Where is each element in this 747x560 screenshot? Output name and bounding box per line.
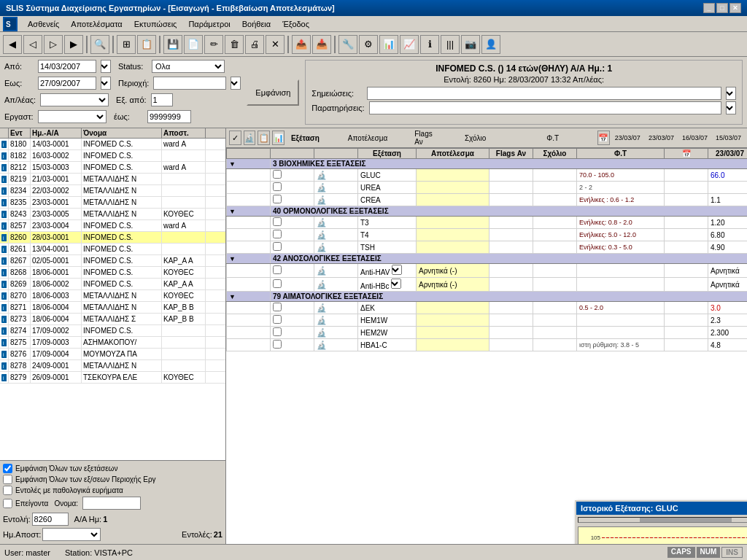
grid-btn[interactable]: ⊞ <box>117 35 136 54</box>
fwd2-btn[interactable]: ▶ <box>64 35 83 54</box>
ergastis-select[interactable] <box>38 110 107 123</box>
tools-btn[interactable]: 🔧 <box>338 35 357 54</box>
chart-panel[interactable]: Ιστορικό Εξέτασης: GLUC 6570758085909510… <box>575 500 747 544</box>
patient-list-row[interactable]: i 8182 16/03-0002 INFOMED C.S. <box>0 150 225 162</box>
patient-list-row[interactable]: i 8278 24/09-0001 ΜΕΤΑΛΛΙΔΗΣ Ν <box>0 360 225 372</box>
camera-btn[interactable]: 📷 <box>461 35 480 54</box>
test-row[interactable]: 🔬T3Ενήλικες: 0.8 - 2.01.201.001.101.00 <box>227 217 748 229</box>
test-row[interactable]: 🔬GLUC70.0 - 105.066.076.065.072 <box>227 169 748 182</box>
test-row[interactable]: 🔬UREA2 - 2232422 <box>227 182 748 194</box>
result-cell[interactable]: Αρνητικά (-) <box>417 278 489 292</box>
patient-list-row[interactable]: i 8273 18/06-0004 ΜΕΤΑΛΛΙΔΗΣ Σ ΚΑΡ_Β Β <box>0 314 225 325</box>
result-cell[interactable] <box>417 194 489 206</box>
check-all-btn[interactable]: ✓ <box>229 131 241 145</box>
barcode-btn[interactable]: ||| <box>441 35 460 54</box>
export-btn[interactable]: 📤 <box>292 35 311 54</box>
patient-list-row[interactable]: i 8180 14/03-0001 INFOMED C.S. ward Α <box>0 139 225 150</box>
menu-voitheia[interactable]: Βοήθεια <box>236 18 276 30</box>
patient-list-row[interactable]: i 8270 18/06-0003 ΜΕΤΑΛΛΙΔΗΣ Ν ΚΟΥΘΕC <box>0 290 225 302</box>
patient-list-row[interactable]: i 8268 18/06-0001 INFOMED C.S. ΚΟΥΘΕC <box>0 267 225 279</box>
cb-pathologika[interactable] <box>3 486 12 495</box>
periochi-btn[interactable] <box>231 77 241 90</box>
name-input[interactable] <box>82 497 141 510</box>
entoli-input[interactable] <box>32 513 69 526</box>
results-icon3[interactable]: 📊 <box>272 131 285 145</box>
result-cell[interactable] <box>417 217 489 229</box>
result-cell[interactable] <box>417 339 489 351</box>
test-row[interactable]: 🔬Anti-HAV Αρνητικά (-)ΑρνητικάΑρνητικάΑρ… <box>227 264 748 278</box>
obs-input[interactable] <box>369 101 721 114</box>
result-cell[interactable]: Αρνητικά (-) <box>417 264 489 278</box>
info-btn[interactable]: ℹ <box>420 35 439 54</box>
patient-list-row[interactable]: i 8267 02/05-0001 INFOMED C.S. ΚΑΡ_Α Α <box>0 255 225 267</box>
result-cell[interactable] <box>417 314 489 327</box>
result-cell[interactable] <box>417 182 489 194</box>
test-row[interactable]: 🔬HBA1-Cιστη ρύθμιση: 3.8 - 54.84.64.55.0 <box>227 339 748 351</box>
result-cell[interactable] <box>417 229 489 241</box>
test-row[interactable]: 🔬TSHΕνήλικες: 0.3 - 5.04.904.804.304.50 <box>227 241 748 254</box>
minimize-btn[interactable]: _ <box>703 3 715 13</box>
patient-list-row[interactable]: i 8234 22/03-0002 ΜΕΤΑΛΛΙΔΗΣ Ν <box>0 185 225 197</box>
search-btn[interactable]: 🔍 <box>90 35 109 54</box>
test-row[interactable]: 🔬HEM1W2.32.12.02.2 <box>227 314 748 327</box>
result-cell[interactable] <box>417 302 489 314</box>
cb-epigonta[interactable] <box>3 499 12 508</box>
test-row[interactable]: 🔬CREAΕνήλικες : 0.6 - 1.21.10.90.80.9 <box>227 194 748 206</box>
fwd-btn[interactable]: ▷ <box>44 35 63 54</box>
patient-list-row[interactable]: i 8243 23/03-0005 ΜΕΤΑΛΛΙΔΗΣ Ν ΚΟΥΘΕC <box>0 209 225 220</box>
person-btn[interactable]: 👤 <box>481 35 500 54</box>
form-btn[interactable]: 📋 <box>137 35 156 54</box>
obs-dropdown[interactable] <box>726 101 736 114</box>
settings-btn[interactable]: ⚙ <box>359 35 378 54</box>
patient-list-row[interactable]: i 8279 26/09-0001 ΤΣΕΚΟΥΡΑ ΕΛΕ ΚΟΥΘΕC <box>0 372 225 384</box>
menu-exodos[interactable]: Έξοδος <box>276 18 315 30</box>
result-cell[interactable] <box>417 241 489 254</box>
patient-list-row[interactable]: i 8275 17/09-0003 ΑΣΗΜΑΚΟΠΟΥ/ <box>0 337 225 349</box>
patient-list-row[interactable]: i 8269 18/06-0002 INFOMED C.S. ΚΑΡ_Α Α <box>0 279 225 290</box>
apo-date-btn[interactable] <box>101 60 111 73</box>
apleas-select[interactable] <box>40 93 109 106</box>
ef-apo-input[interactable] <box>151 93 173 106</box>
cal-icon[interactable]: 📅 <box>597 131 610 145</box>
back-btn[interactable]: ◀ <box>3 35 22 54</box>
patient-list-row[interactable]: i 8261 13/04-0001 INFOMED C.S. <box>0 244 225 255</box>
notes-input[interactable] <box>367 87 721 100</box>
menu-asthenis[interactable]: Ασθενείς <box>22 18 65 30</box>
test-row[interactable]: 🔬HEM2W2.3002.1002.0002.200 <box>227 327 748 339</box>
test-row[interactable]: 🔬T4Ενήλικες: 5.0 - 12.06.806.306.507.00 <box>227 229 748 241</box>
report-btn[interactable]: 📊 <box>379 35 398 54</box>
import-btn[interactable]: 📥 <box>312 35 331 54</box>
periochi-input[interactable] <box>153 77 226 90</box>
menu-ektupwseis[interactable]: Εκτυπώσεις <box>128 18 183 30</box>
test-row[interactable]: 🔬Anti-HBc Αρνητικά (-)ΑρνητικάΑρνητικάΑρ… <box>227 278 748 292</box>
show-button[interactable]: Εμφάνιση <box>247 79 299 106</box>
new-btn[interactable]: 📄 <box>184 35 203 54</box>
chart-btn[interactable]: 📈 <box>400 35 419 54</box>
close-btn[interactable]: ✕ <box>729 3 741 13</box>
result-cell[interactable] <box>417 169 489 182</box>
cb-all-exams[interactable] <box>3 464 12 473</box>
patient-list-row[interactable]: i 8276 17/09-0004 ΜΟΥΜΟΥΖΑ ΠΑ <box>0 349 225 360</box>
apo-input[interactable] <box>38 60 96 73</box>
test-row[interactable]: 🔬ΔΕΚ0.5 - 2.03.01.21.01.5 <box>227 302 748 314</box>
patient-list-row[interactable]: i 8212 15/03-0003 INFOMED C.S. ward Α <box>0 162 225 174</box>
delete-btn[interactable]: 🗑 <box>225 35 244 54</box>
patient-list-row[interactable]: i 8235 23/03-0001 ΜΕΤΑΛΛΙΔΗΣ Ν <box>0 197 225 209</box>
cb-all-periochi[interactable] <box>3 475 12 484</box>
menu-apotelesmata[interactable]: Αποτελέσματα <box>65 18 128 30</box>
eos-input[interactable] <box>38 77 96 90</box>
save-btn[interactable]: 💾 <box>163 35 182 54</box>
menu-parametroi[interactable]: Παράμετροι <box>182 18 236 30</box>
notes-dropdown[interactable] <box>726 87 736 100</box>
eos2-input[interactable] <box>147 110 191 123</box>
patient-list-row[interactable]: i 8271 18/06-0004 ΜΕΤΑΛΛΙΔΗΣ Ν ΚΑΡ_Β Β <box>0 302 225 314</box>
results-icon1[interactable]: 🔬 <box>244 131 256 145</box>
restore-btn[interactable]: □ <box>716 3 728 13</box>
cancel-btn[interactable]: ✕ <box>266 35 285 54</box>
result-cell[interactable] <box>417 327 489 339</box>
patient-list-row[interactable]: i 8274 17/09-0002 INFOMED C.S. <box>0 325 225 337</box>
print-btn[interactable]: 🖨 <box>245 35 264 54</box>
patient-list-row[interactable]: i 8257 23/03-0004 INFOMED C.S. ward Α <box>0 220 225 232</box>
patient-list-row[interactable]: i 8219 21/03-0001 ΜΕΤΑΛΛΙΔΗΣ Ν <box>0 174 225 185</box>
back2-btn[interactable]: ◁ <box>23 35 42 54</box>
